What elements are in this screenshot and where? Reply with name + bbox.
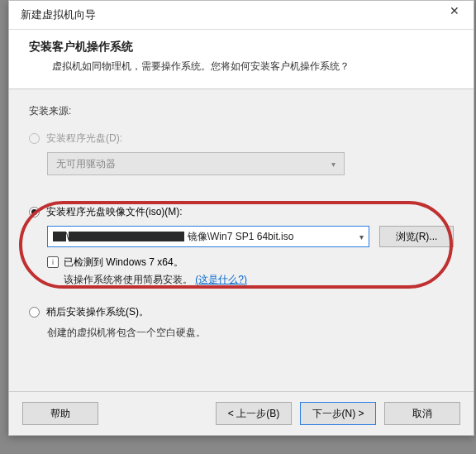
disc-dropdown-value: 无可用驱动器: [56, 157, 116, 171]
radio-later-label: 稍后安装操作系统(S)。: [46, 305, 149, 319]
radio-later[interactable]: [29, 307, 40, 318]
page-title: 安装客户机操作系统: [29, 40, 454, 55]
detected-os-text: 已检测到 Windows 7 x64。: [64, 256, 183, 270]
titlebar: 新建虚拟机向导 ✕: [9, 1, 474, 30]
radio-iso[interactable]: [29, 207, 40, 217]
header: 安装客户机操作系统 虚拟机如同物理机，需要操作系统。您将如何安装客户机操作系统？: [9, 30, 474, 89]
help-button[interactable]: 帮助: [22, 402, 98, 425]
source-label: 安装来源:: [29, 104, 454, 118]
browse-button[interactable]: 浏览(R)...: [379, 226, 454, 247]
iso-path-value: \ 镜像\Win7 SP1 64bit.iso: [53, 230, 293, 244]
button-bar: 帮助 < 上一步(B) 下一步(N) > 取消: [9, 391, 474, 435]
disc-dropdown: 无可用驱动器 ▾: [47, 152, 345, 175]
page-subtitle: 虚拟机如同物理机，需要操作系统。您将如何安装客户机操作系统？: [29, 60, 454, 74]
wizard-dialog: 新建虚拟机向导 ✕ 安装客户机操作系统 虚拟机如同物理机，需要操作系统。您将如何…: [8, 0, 474, 436]
chevron-down-icon: ▾: [331, 160, 336, 169]
whats-this-link[interactable]: (这是什么?): [195, 274, 247, 285]
back-button[interactable]: < 上一步(B): [216, 402, 292, 425]
cancel-button[interactable]: 取消: [384, 402, 460, 425]
chevron-down-icon[interactable]: ▾: [359, 232, 364, 241]
radio-disc[interactable]: [29, 133, 40, 144]
iso-path-input[interactable]: \ 镜像\Win7 SP1 64bit.iso ▾: [47, 226, 369, 247]
radio-iso-label: 安装程序光盘映像文件(iso)(M):: [46, 205, 183, 219]
info-icon: i: [47, 256, 59, 268]
easy-install-text: 该操作系统将使用简易安装。: [64, 274, 193, 285]
radio-disc-label: 安装程序光盘(D):: [46, 131, 122, 146]
window-title: 新建虚拟机向导: [21, 7, 96, 22]
next-button[interactable]: 下一步(N) >: [300, 402, 376, 425]
option-disc-group: 安装程序光盘(D): 无可用驱动器 ▾: [29, 131, 454, 175]
content-area: 安装来源: 安装程序光盘(D): 无可用驱动器 ▾ 安装程序光盘映像文件(iso…: [9, 89, 474, 391]
later-subtext: 创建的虚拟机将包含一个空白硬盘。: [47, 326, 454, 340]
option-later-group: 稍后安装操作系统(S)。 创建的虚拟机将包含一个空白硬盘。: [29, 305, 454, 340]
close-icon[interactable]: ✕: [436, 1, 474, 24]
option-iso-group: 安装程序光盘映像文件(iso)(M): \ 镜像\Win7 SP1 64bit.…: [29, 205, 454, 287]
